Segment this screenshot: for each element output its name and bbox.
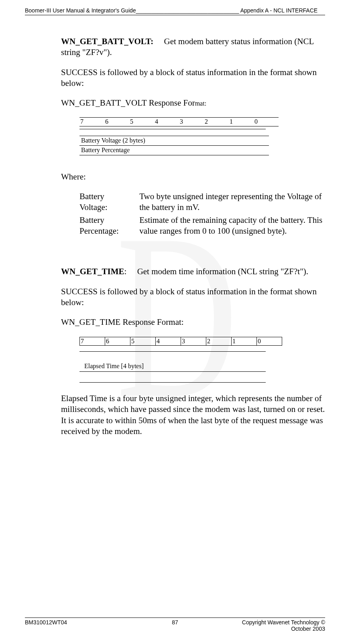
cmd-name-time: WN_GET_TIME — [61, 267, 124, 276]
success-text-time: SUCCESS is followed by a block of status… — [61, 286, 325, 308]
section-wn-get-time: WN_GET_TIME: Get modem time information … — [61, 266, 325, 277]
where-label: Where: — [61, 171, 325, 182]
def-label-voltage: Battery Voltage: — [79, 191, 139, 215]
bit-cell: 3 — [179, 118, 204, 126]
table-blank-row — [79, 129, 266, 136]
bit-cell: 1 — [229, 118, 254, 126]
page-footer: BM310012WT04 87 Copyright Wavenet Techno… — [25, 618, 325, 632]
bit-cell: 7 — [80, 337, 105, 346]
table-row: 7 6 5 4 3 2 1 0 — [80, 337, 282, 346]
def-text-voltage: Two byte unsigned integer representing t… — [139, 191, 325, 215]
page-header: Boomer-III User Manual & Integrator's Gu… — [25, 7, 325, 15]
footer-copyright: Copyright Wavenet Technology © October 2… — [225, 619, 325, 632]
def-label-percentage: Battery Percentage: — [79, 215, 139, 238]
resp-format-batt: WN_GET_BATT_VOLT Response Format: — [61, 98, 325, 108]
bit-cell: 3 — [181, 337, 206, 346]
footer-left: BM310012WT04 — [25, 619, 125, 632]
header-text: Boomer-III User Manual & Integrator's Gu… — [25, 7, 317, 14]
footer-page-number: 87 — [125, 619, 225, 632]
section-wn-get-batt-volt: WN_GET_BATT_VOLT: Get modem battery stat… — [61, 36, 325, 58]
definitions-batt: Battery Voltage: Two byte unsigned integ… — [79, 191, 325, 238]
field-elapsed-time: Elapsed Time [4 bytes] — [84, 362, 325, 371]
bit-cell: 6 — [105, 337, 130, 346]
bit-header-table-time: 7 6 5 4 3 2 1 0 — [79, 337, 282, 346]
field-batt-percentage: Battery Percentage — [79, 146, 269, 155]
table-row: 7 6 5 4 3 2 1 0 — [79, 118, 279, 126]
bit-cell: 2 — [204, 118, 229, 126]
bit-cell: 0 — [257, 337, 282, 346]
bit-cell: 5 — [129, 118, 154, 126]
bit-cell: 6 — [104, 118, 129, 126]
success-text-batt: SUCCESS is followed by a block of status… — [61, 67, 325, 89]
bit-cell: 4 — [154, 118, 179, 126]
field-batt-voltage: Battery Voltage (2 bytes) — [79, 136, 269, 146]
bit-cell: 2 — [206, 337, 232, 346]
bit-cell: 4 — [156, 337, 181, 346]
resp-format-time: WN_GET_TIME Response Format: — [61, 317, 325, 328]
bit-cell: 1 — [232, 337, 257, 346]
def-text-percentage: Estimate of the remaining capacity of th… — [139, 215, 325, 238]
bit-cell: 0 — [254, 118, 279, 126]
bit-cell: 7 — [79, 118, 104, 126]
cmd-name-batt: WN_GET_BATT_VOLT: — [61, 37, 153, 46]
bit-cell: 5 — [130, 337, 156, 346]
bit-header-table-batt: 7 6 5 4 3 2 1 0 — [79, 117, 279, 126]
cmd-desc-time: Get modem time information (NCL string "… — [137, 267, 308, 276]
elapsed-para: Elapsed Time is a four byte unsigned int… — [61, 393, 325, 437]
